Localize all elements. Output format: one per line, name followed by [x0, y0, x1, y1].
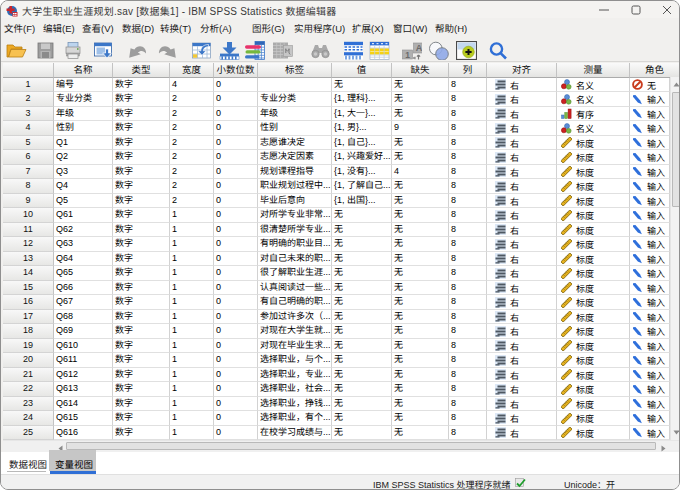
svg-text:1: 1	[405, 50, 410, 60]
svg-text:A: A	[416, 43, 422, 53]
